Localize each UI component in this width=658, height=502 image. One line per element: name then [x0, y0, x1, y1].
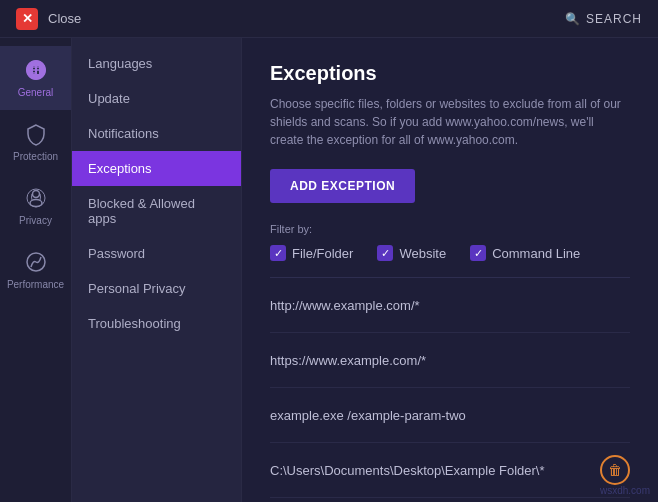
- protection-icon: [24, 122, 48, 146]
- filter-website[interactable]: Website: [377, 245, 446, 261]
- nav-item-notifications[interactable]: Notifications: [72, 116, 241, 151]
- search-button[interactable]: 🔍 SEARCH: [565, 12, 642, 26]
- sidebar-item-performance[interactable]: Performance: [0, 238, 71, 302]
- search-label: SEARCH: [586, 12, 642, 26]
- performance-label: Performance: [7, 279, 64, 290]
- sidebar-item-protection[interactable]: Protection: [0, 110, 71, 174]
- filter-command-line[interactable]: Command Line: [470, 245, 580, 261]
- filter-file-folder[interactable]: File/Folder: [270, 245, 353, 261]
- content-area: Exceptions Choose specific files, folder…: [242, 38, 658, 502]
- checkbox-command-line[interactable]: [470, 245, 486, 261]
- nav-item-update[interactable]: Update: [72, 81, 241, 116]
- title-bar-left: ✕ Close: [16, 8, 81, 30]
- exception-value: http://www.example.com/*: [270, 298, 420, 313]
- protection-label: Protection: [13, 151, 58, 162]
- nav-item-exceptions[interactable]: Exceptions: [72, 151, 241, 186]
- filter-options: File/Folder Website Command Line: [270, 245, 630, 261]
- nav-item-troubleshooting[interactable]: Troubleshooting: [72, 306, 241, 341]
- svg-point-1: [32, 191, 39, 198]
- general-icon: [24, 58, 48, 82]
- exceptions-list: http://www.example.com/* 🗑 https://www.e…: [270, 277, 630, 498]
- close-button[interactable]: ✕: [16, 8, 38, 30]
- sidebar-item-privacy[interactable]: Privacy: [0, 174, 71, 238]
- main-layout: General Protection Privacy Performa: [0, 38, 658, 502]
- window-title: Close: [48, 11, 81, 26]
- sidebar-item-general[interactable]: General: [0, 46, 71, 110]
- delete-button[interactable]: 🗑: [600, 455, 630, 485]
- filter-website-label: Website: [399, 246, 446, 261]
- exception-value: C:\Users\Documents\Desktop\Example Folde…: [270, 463, 545, 478]
- filter-file-folder-label: File/Folder: [292, 246, 353, 261]
- checkbox-file-folder[interactable]: [270, 245, 286, 261]
- add-exception-button[interactable]: ADD EXCEPTION: [270, 169, 415, 203]
- exception-item: C:\Users\Documents\Desktop\Example Folde…: [270, 443, 630, 498]
- exception-item: example.exe /example-param-two 🗑: [270, 388, 630, 443]
- filter-command-line-label: Command Line: [492, 246, 580, 261]
- title-bar: ✕ Close 🔍 SEARCH: [0, 0, 658, 38]
- filter-section: Filter by: File/Folder Website Command L…: [270, 223, 630, 261]
- privacy-icon: [24, 186, 48, 210]
- exception-item: https://www.example.com/* 🗑: [270, 333, 630, 388]
- watermark: wsxdh.com: [600, 485, 650, 496]
- search-icon: 🔍: [565, 12, 581, 26]
- exception-value: https://www.example.com/*: [270, 353, 426, 368]
- performance-icon: [24, 250, 48, 274]
- nav-item-blocked-allowed[interactable]: Blocked & Allowed apps: [72, 186, 241, 236]
- filter-label: Filter by:: [270, 223, 630, 235]
- privacy-label: Privacy: [19, 215, 52, 226]
- exception-item: http://www.example.com/* 🗑: [270, 278, 630, 333]
- general-label: General: [18, 87, 54, 98]
- section-description: Choose specific files, folders or websit…: [270, 95, 630, 149]
- exception-value: example.exe /example-param-two: [270, 408, 466, 423]
- nav-item-password[interactable]: Password: [72, 236, 241, 271]
- nav-item-languages[interactable]: Languages: [72, 46, 241, 81]
- icon-sidebar: General Protection Privacy Performa: [0, 38, 72, 502]
- page-title: Exceptions: [270, 62, 630, 85]
- nav-item-personal-privacy[interactable]: Personal Privacy: [72, 271, 241, 306]
- nav-sidebar: Languages Update Notifications Exception…: [72, 38, 242, 502]
- checkbox-website[interactable]: [377, 245, 393, 261]
